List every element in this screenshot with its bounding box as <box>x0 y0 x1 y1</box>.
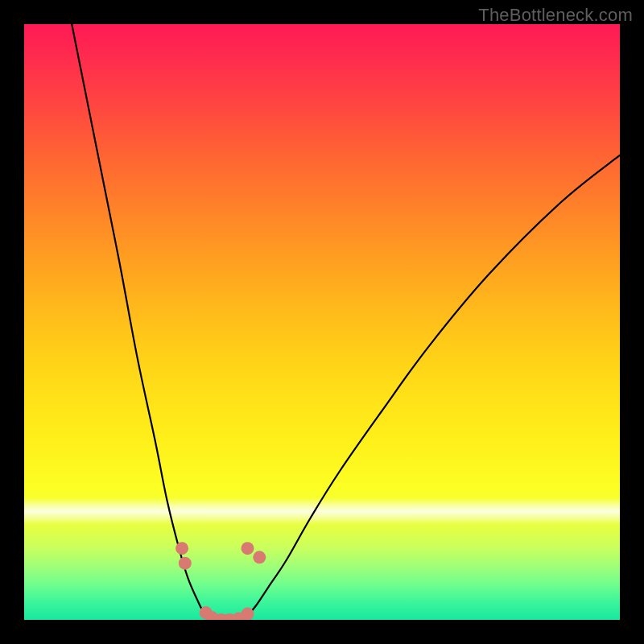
data-marker <box>175 542 188 555</box>
plot-area <box>24 24 620 620</box>
data-marker <box>242 608 254 620</box>
chart-frame: TheBottleneck.com <box>0 0 644 644</box>
curve-layer <box>24 24 620 620</box>
curve-right-branch <box>238 155 620 620</box>
data-marker <box>179 557 192 570</box>
data-marker <box>253 551 266 564</box>
watermark-text: TheBottleneck.com <box>478 5 633 26</box>
data-marker <box>242 542 254 555</box>
curve-left-branch <box>72 24 215 620</box>
